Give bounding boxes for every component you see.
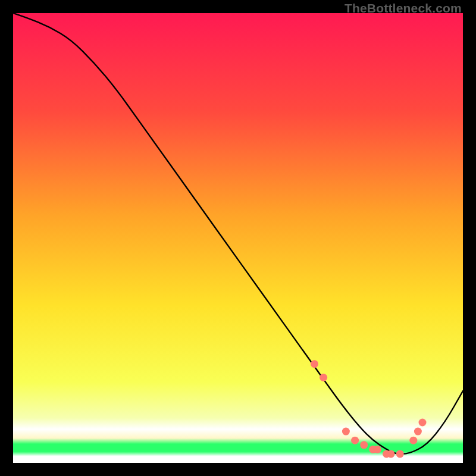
highlight-dot xyxy=(311,360,318,368)
highlight-dot xyxy=(351,437,359,444)
chart-svg xyxy=(13,13,463,463)
highlight-dot xyxy=(419,419,427,427)
gradient-background xyxy=(13,13,463,463)
highlight-dot xyxy=(342,428,350,436)
highlight-dot xyxy=(396,450,404,458)
highlight-dot xyxy=(374,446,381,453)
highlight-dot xyxy=(409,437,417,444)
highlight-dot xyxy=(360,441,368,449)
highlight-dot xyxy=(320,374,327,381)
chart-frame xyxy=(13,13,463,463)
watermark-text: TheBottleneck.com xyxy=(345,1,462,15)
highlight-dot xyxy=(387,450,395,458)
highlight-dot xyxy=(414,428,422,436)
